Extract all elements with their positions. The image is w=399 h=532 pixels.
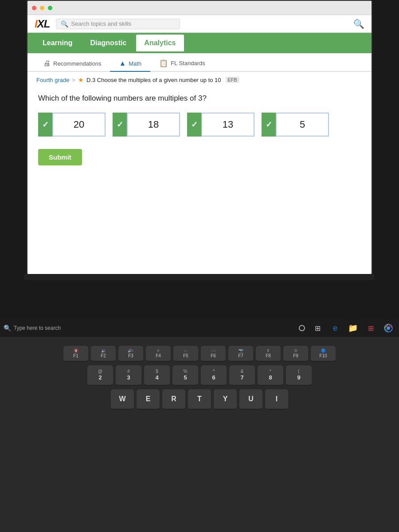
question-area: Which of the following numbers are multi… [27, 88, 372, 172]
breadcrumb-separator: > [72, 77, 75, 83]
taskbar-folder-icon[interactable]: 📁 [346, 321, 360, 335]
fl-standards-icon: 📋 [159, 59, 168, 67]
checkbox-5[interactable]: ✓ [262, 113, 276, 137]
key-u[interactable]: U [239, 389, 262, 410]
close-dot[interactable] [32, 6, 36, 10]
key-6[interactable]: ^ 6 [201, 365, 227, 386]
choice-20[interactable]: ✓ 20 [38, 113, 106, 137]
taskbar-search-area[interactable]: 🔍 Type here to search [4, 325, 61, 332]
key-i[interactable]: I [265, 389, 288, 410]
checkbox-13[interactable]: ✓ [187, 113, 201, 137]
num-key-row: @ 2 # 3 $ 4 % 5 ^ 6 & 7 * 8 ( 9 [87, 365, 312, 386]
choice-13[interactable]: ✓ 13 [187, 113, 254, 137]
letter-row-1: W E R T Y U I [111, 389, 288, 410]
windows-start-icon[interactable] [299, 325, 305, 331]
key-8[interactable]: * 8 [258, 365, 283, 386]
search-icon-right[interactable]: 🔍 [353, 19, 364, 29]
subnav-fl-standards-label: FL Standards [171, 60, 205, 66]
choice-box-13[interactable]: 13 [201, 113, 254, 137]
taskbar-edge-icon[interactable]: e [328, 321, 342, 335]
choice-5[interactable]: ✓ 5 [262, 113, 329, 137]
breadcrumb: Fourth grade > ★ D.3 Choose the multiple… [27, 72, 372, 88]
key-f5[interactable]: ☆- F5 [173, 346, 198, 362]
taskbar: 🔍 Type here to search ⊞ e 📁 ⊞ [0, 319, 399, 337]
recommendations-icon: 🖨 [43, 59, 51, 67]
search-bar[interactable]: 🔍 Search topics and skills [56, 19, 180, 29]
choice-box-5[interactable]: 5 [276, 113, 329, 137]
search-icon: 🔍 [61, 20, 68, 27]
subnav-fl-standards[interactable]: 📋 FL Standards [150, 55, 214, 72]
key-y[interactable]: Y [214, 389, 237, 410]
key-t[interactable]: T [188, 389, 211, 410]
fn-key-row: 🔇 F1 🔉 F2 🔊+ F3 ✕ F4 ☆- F5 ☆+ F6 📷 F7 ⬆ [63, 346, 336, 362]
browser-chrome [27, 1, 372, 15]
key-w[interactable]: W [111, 389, 134, 410]
ixl-app: IXL 🔍 Search topics and skills 🔍 Learnin… [27, 15, 372, 274]
subnav-math[interactable]: ▲ Math [110, 56, 150, 72]
laptop-screen: IXL 🔍 Search topics and skills 🔍 Learnin… [27, 0, 372, 275]
submit-button[interactable]: Submit [38, 149, 82, 165]
key-f1[interactable]: 🔇 F1 [63, 346, 88, 362]
subnav-recommendations[interactable]: 🖨 Recommendations [35, 56, 110, 72]
key-f7[interactable]: 📷 F7 [228, 346, 253, 362]
tab-diagnostic[interactable]: Diagnostic [82, 35, 135, 51]
ixl-logo: IXL [35, 18, 50, 30]
key-5[interactable]: % 5 [172, 365, 198, 386]
sub-nav: 🖨 Recommendations ▲ Math 📋 FL Standards [27, 53, 372, 72]
choice-box-20[interactable]: 20 [52, 113, 106, 137]
search-placeholder: Search topics and skills [71, 20, 131, 27]
key-f10[interactable]: 🔵 F10 [311, 346, 336, 362]
choices-row: ✓ 20 ✓ 18 ✓ 13 ✓ 5 [38, 113, 361, 137]
math-icon: ▲ [119, 59, 126, 67]
key-f6[interactable]: ☆+ F6 [201, 346, 226, 362]
taskbar-grid-icon[interactable]: ⊞ [310, 321, 325, 335]
checkbox-20[interactable]: ✓ [38, 113, 52, 137]
key-f2[interactable]: 🔉 F2 [91, 346, 116, 362]
choice-18[interactable]: ✓ 18 [113, 113, 180, 137]
breadcrumb-grade[interactable]: Fourth grade [36, 77, 69, 83]
key-4[interactable]: $ 4 [144, 365, 170, 386]
taskbar-search-text[interactable]: Type here to search [14, 325, 61, 331]
laptop-hinge [24, 274, 375, 280]
minimize-dot[interactable] [40, 6, 44, 10]
key-2[interactable]: @ 2 [87, 365, 113, 386]
maximize-dot[interactable] [48, 6, 52, 10]
key-f3[interactable]: 🔊+ F3 [118, 346, 143, 362]
breadcrumb-badge: EFB [226, 77, 239, 83]
nav-tabs: Learning Diagnostic Analytics [27, 33, 372, 53]
key-f4[interactable]: ✕ F4 [146, 346, 171, 362]
keyboard-area: 🔇 F1 🔉 F2 🔊+ F3 ✕ F4 ☆- F5 ☆+ F6 📷 F7 ⬆ [0, 337, 399, 532]
taskbar-chrome-icon[interactable] [381, 321, 395, 335]
taskbar-search-icon: 🔍 [4, 325, 11, 332]
choice-box-18[interactable]: 18 [127, 113, 180, 137]
key-r[interactable]: R [162, 389, 185, 410]
key-9[interactable]: ( 9 [286, 365, 312, 386]
breadcrumb-skill: D.3 Choose the multiples of a given numb… [86, 77, 221, 83]
subnav-math-label: Math [129, 60, 141, 67]
tab-learning[interactable]: Learning [35, 35, 81, 51]
subnav-recommendations-label: Recommendations [53, 60, 101, 67]
key-f8[interactable]: ⬆ F8 [256, 346, 281, 362]
key-7[interactable]: & 7 [229, 365, 255, 386]
question-text: Which of the following numbers are multi… [38, 94, 361, 103]
breadcrumb-star: ★ [78, 76, 84, 83]
taskbar-apps-icon[interactable]: ⊞ [364, 321, 378, 335]
top-bar: IXL 🔍 Search topics and skills 🔍 [27, 15, 372, 33]
checkbox-18[interactable]: ✓ [113, 113, 127, 137]
tab-analytics[interactable]: Analytics [136, 35, 184, 51]
key-3[interactable]: # 3 [116, 365, 141, 386]
key-f9[interactable]: ⚙ F9 [283, 346, 308, 362]
svg-point-1 [387, 326, 390, 330]
key-e[interactable]: E [137, 389, 160, 410]
